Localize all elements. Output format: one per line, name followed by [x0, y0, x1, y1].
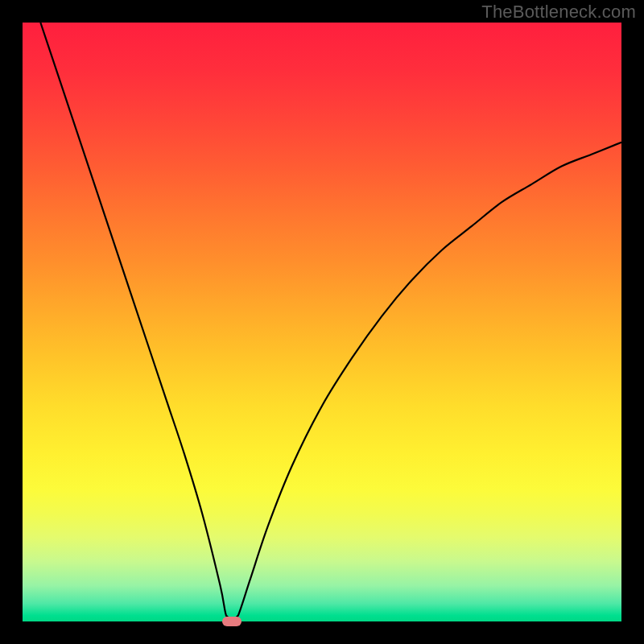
minimum-marker [222, 617, 242, 626]
curve-svg [23, 23, 621, 621]
watermark-text: TheBottleneck.com [481, 2, 636, 23]
plot-area [23, 23, 621, 621]
bottleneck-curve [40, 23, 621, 621]
chart-frame: TheBottleneck.com [0, 0, 644, 644]
